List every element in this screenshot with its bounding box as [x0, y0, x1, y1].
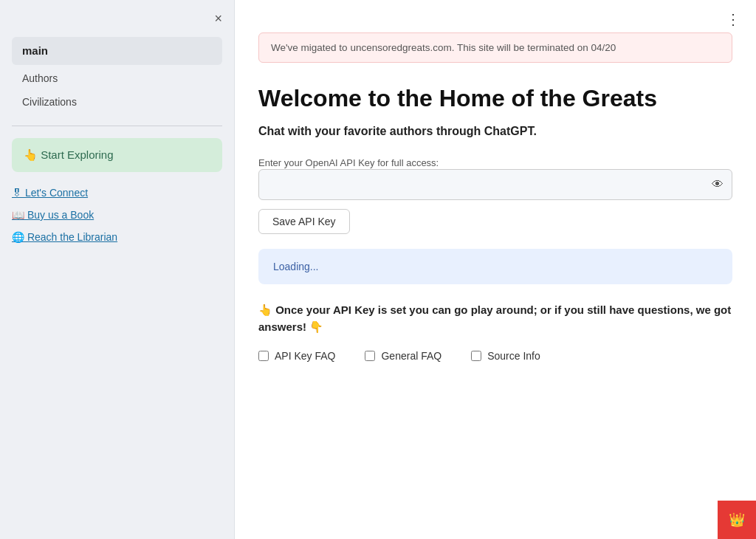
faq-label-source: Source Info: [487, 350, 540, 362]
faq-label-api-key: API Key FAQ: [275, 350, 335, 362]
sidebar-civilizations-label: Civilizations: [22, 96, 77, 108]
buy-book-link[interactable]: 📖 Buy us a Book: [12, 209, 222, 221]
sidebar-item-main[interactable]: main: [12, 37, 222, 65]
api-key-label: Enter your OpenAI API Key for full acces…: [258, 157, 439, 168]
eye-icon[interactable]: 👁: [712, 178, 724, 191]
sidebar-nav: main Authors Civilizations: [12, 37, 222, 114]
lets-connect-link[interactable]: 🎖 Let's Connect: [12, 187, 222, 199]
faq-item-api-key[interactable]: API Key FAQ: [258, 350, 335, 362]
bottom-right-button[interactable]: 👑: [718, 501, 756, 539]
sidebar-item-authors[interactable]: Authors: [12, 66, 222, 90]
faq-checkbox-general[interactable]: [365, 351, 375, 361]
main-content: ⋮ We've migated to uncensoredgreats.com.…: [235, 0, 756, 539]
faq-item-general[interactable]: General FAQ: [365, 350, 441, 362]
faq-checkbox-source[interactable]: [471, 351, 481, 361]
reach-librarian-link[interactable]: 🌐 Reach the Librarian: [12, 231, 222, 243]
loading-box: Loading...: [258, 249, 732, 284]
start-exploring-button[interactable]: 👆 Start Exploring: [12, 138, 222, 172]
api-key-input[interactable]: [258, 169, 732, 200]
faq-item-source[interactable]: Source Info: [471, 350, 540, 362]
sidebar: × main Authors Civilizations 👆 Start Exp…: [0, 0, 235, 539]
welcome-heading: Welcome to the Home of the Greats: [258, 83, 732, 113]
top-bar: ⋮: [235, 0, 756, 32]
crown-icon: 👑: [729, 512, 745, 528]
save-api-key-button[interactable]: Save API Key: [258, 209, 350, 234]
migration-notice: We've migated to uncensoredgreats.com. T…: [258, 32, 732, 63]
content-area: We've migated to uncensoredgreats.com. T…: [235, 32, 756, 539]
api-input-wrapper: 👁: [258, 169, 732, 200]
sidebar-item-civilizations[interactable]: Civilizations: [12, 90, 222, 114]
sidebar-authors-label: Authors: [22, 72, 58, 84]
chat-subtext: Chat with your favorite authors through …: [258, 125, 732, 138]
faq-label-general: General FAQ: [381, 350, 441, 362]
cta-text: 👆 Once your API Key is set you can go pl…: [258, 302, 732, 335]
faq-checkbox-api-key[interactable]: [258, 351, 269, 361]
sidebar-links: 🎖 Let's Connect 📖 Buy us a Book 🌐 Reach …: [12, 187, 222, 243]
faq-row: API Key FAQ General FAQ Source Info: [258, 350, 732, 362]
sidebar-divider: [12, 126, 222, 126]
sidebar-main-label: main: [22, 44, 48, 57]
close-button[interactable]: ×: [214, 12, 222, 25]
menu-dots-button[interactable]: ⋮: [726, 12, 741, 27]
